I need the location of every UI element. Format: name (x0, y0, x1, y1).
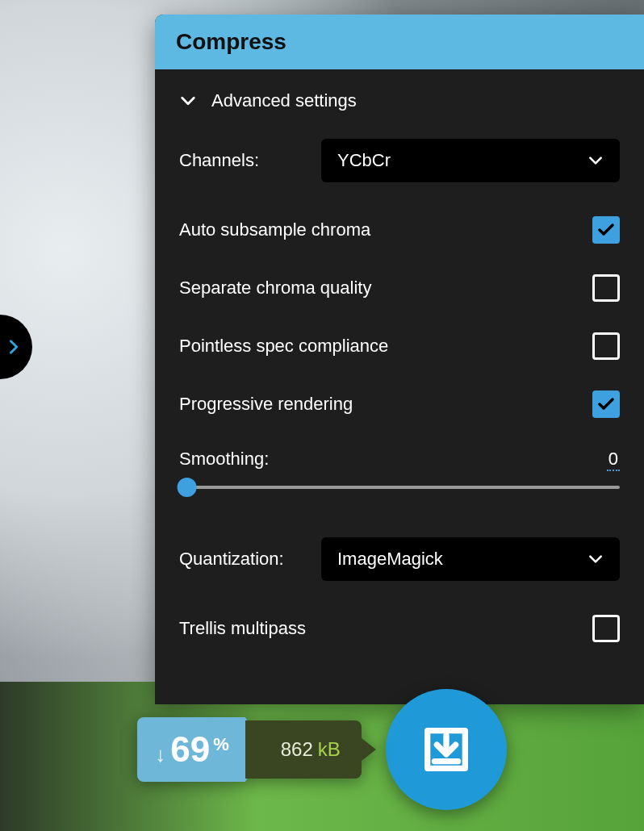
chevron-down-icon (588, 152, 604, 169)
channels-value: YCbCr (337, 150, 391, 171)
channels-select[interactable]: YCbCr (321, 139, 620, 182)
separate-chroma-label: Separate chroma quality (179, 278, 371, 299)
progressive-checkbox[interactable] (592, 390, 620, 418)
download-icon (418, 721, 475, 778)
compress-panel: Compress Advanced settings Channels: YCb… (155, 15, 644, 704)
check-icon (596, 220, 616, 240)
savings-badge: ↓ 69 % 862kB (137, 717, 362, 782)
output-size-value: 862 (281, 738, 313, 760)
smoothing-slider[interactable] (179, 486, 620, 489)
advanced-settings-toggle[interactable]: Advanced settings (179, 90, 620, 111)
spec-compliance-checkbox[interactable] (592, 332, 620, 360)
savings-percent-value: 69 (170, 732, 210, 767)
quantization-select[interactable]: ImageMagick (321, 537, 620, 581)
trellis-checkbox[interactable] (592, 615, 620, 642)
chevron-down-icon (588, 551, 604, 567)
down-arrow-icon: ↓ (155, 742, 165, 767)
smoothing-slider-thumb[interactable] (178, 478, 197, 497)
download-button[interactable] (386, 689, 507, 810)
channels-label: Channels: (179, 150, 259, 171)
output-size: 862kB (245, 720, 362, 779)
percent-symbol: % (213, 734, 229, 755)
quantization-label: Quantization: (179, 549, 284, 570)
savings-percent: ↓ 69 % (137, 717, 245, 782)
separate-chroma-checkbox[interactable] (592, 274, 620, 302)
chevron-down-icon (179, 92, 197, 110)
result-bar: ↓ 69 % 862kB (0, 689, 644, 810)
panel-title: Compress (155, 15, 644, 69)
auto-subsample-checkbox[interactable] (592, 216, 620, 244)
smoothing-value[interactable]: 0 (607, 449, 620, 471)
quantization-value: ImageMagick (337, 549, 443, 570)
trellis-label: Trellis multipass (179, 618, 306, 639)
auto-subsample-label: Auto subsample chroma (179, 219, 370, 240)
check-icon (596, 395, 616, 414)
output-size-unit: kB (318, 738, 341, 760)
spec-compliance-label: Pointless spec compliance (179, 336, 388, 357)
chevron-right-icon (5, 338, 23, 356)
advanced-settings-label: Advanced settings (211, 90, 357, 111)
progressive-label: Progressive rendering (179, 394, 353, 415)
smoothing-label: Smoothing: (179, 449, 269, 471)
